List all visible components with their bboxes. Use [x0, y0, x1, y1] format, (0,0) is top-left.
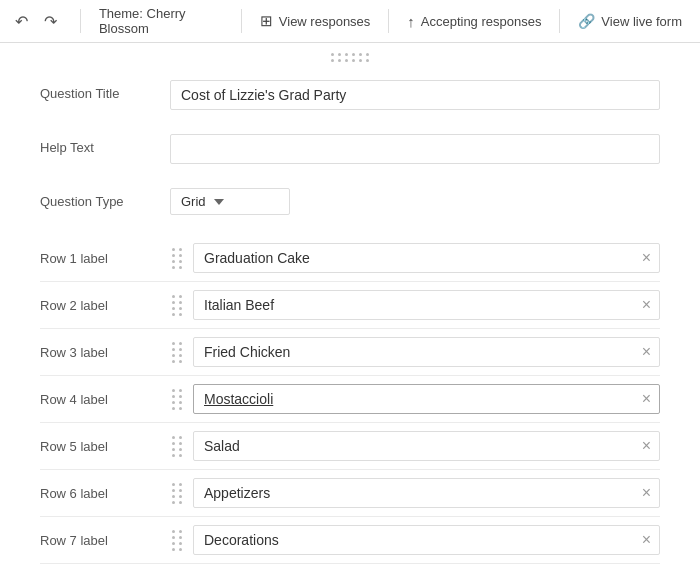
- row-drag-dot: [172, 436, 175, 439]
- row-drag-dot: [179, 348, 182, 351]
- undo-button[interactable]: ↶: [8, 7, 35, 36]
- drag-dot: [338, 53, 341, 56]
- accepting-responses-label: Accepting responses: [421, 14, 542, 29]
- row-value-input[interactable]: [194, 432, 634, 460]
- row-item: Row 2 label ×: [40, 282, 660, 329]
- row-item: Row 4 label ×: [40, 376, 660, 423]
- row-value-input[interactable]: [194, 244, 634, 272]
- row-drag-dot: [179, 354, 182, 357]
- drag-dot: [359, 59, 362, 62]
- row-drag-dot: [172, 307, 175, 310]
- row-value-input[interactable]: [194, 338, 634, 366]
- view-responses-label: View responses: [279, 14, 371, 29]
- view-live-button[interactable]: 🔗 View live form: [568, 7, 692, 35]
- row-drag-dot: [172, 254, 175, 257]
- help-text-input-wrap: [170, 134, 660, 164]
- chevron-down-icon: [214, 199, 224, 205]
- row-drag-dot: [172, 313, 175, 316]
- row-remove-button[interactable]: ×: [634, 528, 659, 552]
- row-drag-dot: [172, 530, 175, 533]
- accepting-responses-button[interactable]: ↑ Accepting responses: [397, 7, 551, 36]
- divider-1: [80, 9, 81, 33]
- accepting-responses-icon: ↑: [407, 13, 415, 30]
- drag-dot: [345, 59, 348, 62]
- question-title-row: Question Title: [40, 68, 660, 122]
- help-text-row: Help Text: [40, 122, 660, 176]
- row-item: Row 5 label ×: [40, 423, 660, 470]
- divider-4: [559, 9, 560, 33]
- view-responses-button[interactable]: ⊞ View responses: [250, 6, 381, 36]
- row-drag-dot: [179, 254, 182, 257]
- row-drag-dot: [172, 542, 175, 545]
- row-drag-dot: [179, 436, 182, 439]
- row-label: Row 1 label: [40, 251, 170, 266]
- row-remove-button[interactable]: ×: [634, 293, 659, 317]
- theme-label: Theme: Cherry Blossom: [89, 6, 233, 36]
- row-label: Row 4 label: [40, 392, 170, 407]
- row-remove-button[interactable]: ×: [634, 434, 659, 458]
- row-remove-button[interactable]: ×: [634, 481, 659, 505]
- row-drag-dot: [172, 248, 175, 251]
- row-input-wrap: ×: [193, 337, 660, 367]
- drag-handle-top: [0, 43, 700, 68]
- question-title-input[interactable]: [170, 80, 660, 110]
- row-drag-handle[interactable]: [170, 246, 185, 271]
- row-drag-handle[interactable]: [170, 481, 185, 506]
- row-label: Row 3 label: [40, 345, 170, 360]
- row-drag-dot: [172, 354, 175, 357]
- row-drag-dot: [179, 530, 182, 533]
- row-label: Row 6 label: [40, 486, 170, 501]
- row-drag-dot: [172, 442, 175, 445]
- row-drag-handle[interactable]: [170, 387, 185, 412]
- row-item: Row 1 label ×: [40, 235, 660, 282]
- row-value-input[interactable]: [194, 385, 634, 413]
- row-remove-button[interactable]: ×: [634, 387, 659, 411]
- row-drag-dot: [179, 301, 182, 304]
- row-drag-dot: [172, 266, 175, 269]
- row-remove-button[interactable]: ×: [634, 340, 659, 364]
- row-remove-button[interactable]: ×: [634, 246, 659, 270]
- row-drag-dot: [179, 360, 182, 363]
- row-drag-dot: [179, 395, 182, 398]
- row-drag-dot: [172, 342, 175, 345]
- row-drag-dot: [172, 295, 175, 298]
- redo-button[interactable]: ↷: [37, 7, 64, 36]
- row-value-input[interactable]: [194, 526, 634, 554]
- row-drag-dot: [172, 495, 175, 498]
- form-card: Question Title Help Text Question Type G…: [0, 68, 700, 567]
- drag-dot: [359, 53, 362, 56]
- question-title-label: Question Title: [40, 80, 170, 101]
- row-drag-dot: [179, 442, 182, 445]
- row-drag-dot: [179, 307, 182, 310]
- row-value-input[interactable]: [194, 291, 634, 319]
- row-drag-dot: [179, 448, 182, 451]
- row-drag-dot: [172, 536, 175, 539]
- question-type-value: Grid: [181, 194, 206, 209]
- row-drag-dot: [172, 483, 175, 486]
- row-drag-dot: [179, 495, 182, 498]
- row-drag-handle[interactable]: [170, 340, 185, 365]
- row-drag-dot: [179, 313, 182, 316]
- row-item: Row 3 label ×: [40, 329, 660, 376]
- row-drag-handle[interactable]: [170, 434, 185, 459]
- question-type-label: Question Type: [40, 188, 170, 209]
- row-input-wrap: ×: [193, 243, 660, 273]
- row-label: Row 7 label: [40, 533, 170, 548]
- question-title-input-wrap: [170, 80, 660, 110]
- question-type-dropdown[interactable]: Grid: [170, 188, 290, 215]
- row-drag-dot: [179, 295, 182, 298]
- main-content: Question Title Help Text Question Type G…: [0, 43, 700, 567]
- row-input-wrap: ×: [193, 290, 660, 320]
- row-drag-dot: [179, 542, 182, 545]
- row-drag-handle[interactable]: [170, 528, 185, 553]
- drag-dot: [352, 53, 355, 56]
- drag-dot: [366, 53, 369, 56]
- row-drag-handle[interactable]: [170, 293, 185, 318]
- row-value-input[interactable]: [194, 479, 634, 507]
- row-input-wrap: ×: [193, 431, 660, 461]
- drag-dots: [331, 53, 370, 62]
- drag-dot: [338, 59, 341, 62]
- help-text-input[interactable]: [170, 134, 660, 164]
- toolbar: ↶ ↷ Theme: Cherry Blossom ⊞ View respons…: [0, 0, 700, 43]
- help-text-label: Help Text: [40, 134, 170, 155]
